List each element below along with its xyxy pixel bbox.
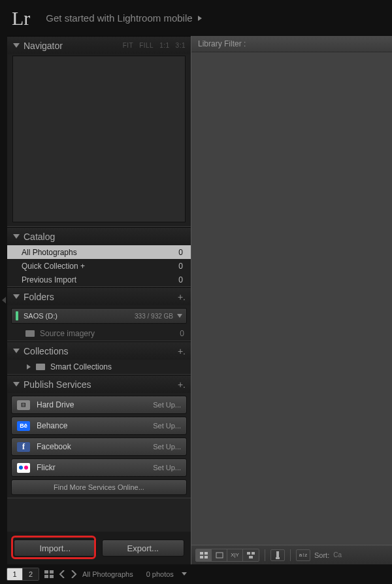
behance-icon: Bē xyxy=(17,421,30,431)
catalog-item-count: 0 xyxy=(178,248,183,257)
zoom-fill[interactable]: FILL xyxy=(139,42,154,49)
navigator-zoom-options[interactable]: FIT FILL 1:1 3:1 xyxy=(123,42,186,49)
navigator-preview[interactable] xyxy=(12,56,186,222)
publish-services-panel: Publish Services +. ⊟ Hard Drive Set Up.… xyxy=(7,375,191,498)
collections-header[interactable]: Collections +. xyxy=(7,342,191,360)
jump-to-grid-icon[interactable] xyxy=(44,570,54,578)
svg-rect-4 xyxy=(200,556,203,558)
folder-source-imagery[interactable]: Source imagery 0 xyxy=(7,326,191,341)
left-panel-footer: Import... Export... xyxy=(7,532,191,564)
svg-rect-6 xyxy=(216,553,223,558)
primary-monitor-button[interactable]: 1 xyxy=(7,568,23,580)
folder-label: Source imagery xyxy=(40,329,180,338)
svg-rect-2 xyxy=(200,552,203,555)
monitor-switcher[interactable]: 1 2 xyxy=(7,568,39,581)
sort-direction-icon[interactable]: a↕z xyxy=(296,549,310,561)
lightroom-window: Lr Get started with Lightroom mobile Nav… xyxy=(0,0,392,584)
navigator-title: Navigator xyxy=(24,41,123,51)
header: Lr Get started with Lightroom mobile xyxy=(0,0,392,36)
facebook-icon: f xyxy=(17,442,30,452)
navigator-panel: Navigator FIT FILL 1:1 3:1 xyxy=(7,36,191,227)
chevron-right-icon xyxy=(27,364,31,369)
export-button[interactable]: Export... xyxy=(102,540,185,557)
publish-item-label: Flickr xyxy=(37,463,153,472)
filmstrip-bar: 1 2 All Photographs 0 photos xyxy=(0,564,392,584)
zoom-1-1[interactable]: 1:1 xyxy=(159,42,169,49)
library-filter-bar[interactable]: Library Filter : xyxy=(191,36,392,52)
folder-count: 0 xyxy=(180,329,184,338)
find-more-services-button[interactable]: Find More Services Online... xyxy=(11,479,187,495)
chevron-right-icon xyxy=(198,16,202,21)
add-collection-icon[interactable]: +. xyxy=(178,346,186,356)
chevron-down-icon xyxy=(182,572,187,576)
sort-label: Sort: xyxy=(314,551,329,559)
disclosure-down-icon xyxy=(12,381,20,388)
svg-rect-15 xyxy=(50,575,54,578)
add-folder-icon[interactable]: +. xyxy=(178,292,186,302)
publish-facebook[interactable]: f Facebook Set Up... xyxy=(11,438,187,456)
publish-setup-action[interactable]: Set Up... xyxy=(153,422,181,430)
compare-view-icon[interactable]: X|Y xyxy=(227,549,243,561)
publish-flickr[interactable]: Flickr Set Up... xyxy=(11,458,187,477)
publish-behance[interactable]: Bē Behance Set Up... xyxy=(11,417,187,435)
folders-header[interactable]: Folders +. xyxy=(7,288,191,305)
volume-label: SAOS (D:) xyxy=(24,312,135,320)
smart-collections-label: Smart Collections xyxy=(50,362,112,371)
nav-forward-icon[interactable] xyxy=(71,570,77,578)
svg-rect-5 xyxy=(204,556,208,558)
chevron-down-icon xyxy=(177,314,182,318)
catalog-panel: Catalog All Photographs 0 Quick Collecti… xyxy=(7,227,191,287)
catalog-item-label: All Photographs xyxy=(22,248,178,257)
zoom-fit[interactable]: FIT xyxy=(123,42,134,49)
catalog-item-count: 0 xyxy=(178,262,183,271)
folder-icon xyxy=(25,330,35,337)
loupe-view-icon[interactable] xyxy=(212,549,227,561)
collection-set-icon xyxy=(36,364,45,370)
folders-title: Folders xyxy=(24,292,175,302)
view-mode-switcher[interactable]: X|Y xyxy=(195,549,259,562)
separator xyxy=(265,549,265,561)
svg-rect-12 xyxy=(44,570,48,574)
separator xyxy=(290,549,291,561)
filmstrip-source-label[interactable]: All Photographs xyxy=(82,570,133,578)
grid-view-icon[interactable] xyxy=(196,549,212,561)
secondary-monitor-button[interactable]: 2 xyxy=(23,568,39,580)
nav-back-icon[interactable] xyxy=(59,570,65,578)
svg-rect-14 xyxy=(44,575,48,578)
grid-toolbar: X|Y a↕z Sort: Ca xyxy=(191,545,392,564)
publish-setup-action[interactable]: Set Up... xyxy=(153,464,181,472)
panel-collapse-icon xyxy=(2,297,6,303)
publish-setup-action[interactable]: Set Up... xyxy=(153,443,181,451)
disclosure-down-icon xyxy=(12,42,20,49)
collections-panel: Collections +. Smart Collections xyxy=(7,341,191,375)
collections-title: Collections xyxy=(24,346,175,356)
disclosure-down-icon xyxy=(12,293,20,300)
publish-hard-drive[interactable]: ⊟ Hard Drive Set Up... xyxy=(11,396,187,414)
volume-saos-d[interactable]: SAOS (D:) 333 / 932 GB xyxy=(11,308,187,324)
publish-setup-action[interactable]: Set Up... xyxy=(153,401,181,409)
painter-tool-icon[interactable] xyxy=(270,549,285,561)
folders-panel: Folders +. SAOS (D:) 333 / 932 GB Source… xyxy=(7,287,191,341)
catalog-all-photographs[interactable]: All Photographs 0 xyxy=(7,245,191,259)
svg-rect-13 xyxy=(50,570,54,574)
catalog-title: Catalog xyxy=(24,232,186,242)
zoom-3-1[interactable]: 3:1 xyxy=(176,42,186,49)
catalog-header[interactable]: Catalog xyxy=(7,228,191,245)
navigator-header[interactable]: Navigator FIT FILL 1:1 3:1 xyxy=(7,37,191,54)
disclosure-down-icon xyxy=(12,233,20,240)
svg-rect-7 xyxy=(247,552,250,555)
mobile-promo-link[interactable]: Get started with Lightroom mobile xyxy=(46,12,201,24)
sort-field-dropdown[interactable]: Ca xyxy=(333,551,342,558)
filmstrip-count[interactable]: 0 photos xyxy=(146,570,174,578)
smart-collections-item[interactable]: Smart Collections xyxy=(7,360,191,374)
publish-header[interactable]: Publish Services +. xyxy=(7,375,191,393)
import-button[interactable]: Import... xyxy=(14,540,97,557)
image-grid[interactable] xyxy=(191,52,392,545)
catalog-item-label: Quick Collection + xyxy=(22,262,178,271)
catalog-previous-import[interactable]: Previous Import 0 xyxy=(7,273,191,286)
catalog-list: All Photographs 0 Quick Collection + 0 P… xyxy=(7,245,191,286)
survey-view-icon[interactable] xyxy=(243,549,259,561)
add-publish-service-icon[interactable]: +. xyxy=(178,379,186,390)
left-edge-gutter[interactable] xyxy=(0,36,7,564)
catalog-quick-collection[interactable]: Quick Collection + 0 xyxy=(7,259,191,273)
